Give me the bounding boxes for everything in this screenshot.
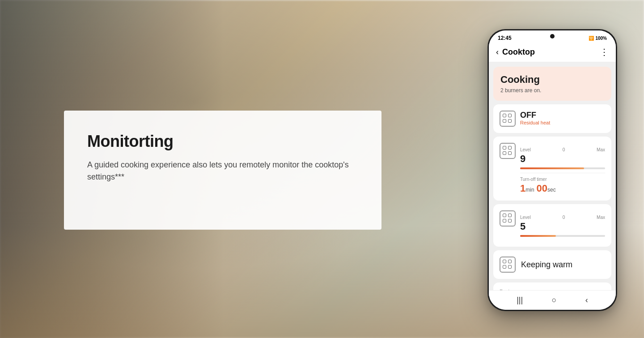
burner-level9-info: Level 0 Max 9 Turn-off timer bbox=[520, 143, 605, 194]
burner-icon-grid-3 bbox=[503, 214, 513, 223]
burner-level9-icon bbox=[500, 143, 516, 159]
level5-label: Level bbox=[520, 215, 531, 220]
keeping-warm-card: Keeping warm bbox=[493, 250, 611, 279]
back-button[interactable]: ‹ bbox=[496, 47, 499, 57]
burner-off-row: OFF Residual heat bbox=[500, 111, 605, 127]
bottom-navigation: ||| ○ ‹ bbox=[489, 290, 616, 310]
battery-label: 100% bbox=[595, 36, 607, 41]
burner-icon-grid bbox=[503, 114, 513, 124]
burner-dot-12 bbox=[508, 219, 512, 222]
card-description: A guided cooking experience also lets yo… bbox=[87, 159, 358, 183]
level9-value: 9 bbox=[520, 153, 605, 165]
cooking-subtitle: 2 burners are on. bbox=[500, 87, 604, 94]
level9-slider-fill bbox=[520, 167, 584, 169]
burner-dot-6 bbox=[508, 146, 512, 150]
timer-sec-number: 00 bbox=[537, 183, 547, 194]
app-header: ‹ Cooktop ⋮ bbox=[489, 43, 616, 62]
nav-recent-apps[interactable]: ||| bbox=[517, 295, 523, 305]
level9-slider[interactable] bbox=[520, 167, 605, 169]
status-time: 12:45 bbox=[498, 35, 512, 41]
timer-min-unit: min bbox=[525, 187, 534, 193]
phone-screen: 12:45 🛜 100% ‹ Cooktop ⋮ Cooking 2 burne… bbox=[489, 30, 616, 310]
level9-label: Level bbox=[520, 147, 531, 152]
nav-home[interactable]: ○ bbox=[552, 295, 557, 305]
level5-section: Level 0 Max 5 bbox=[520, 215, 605, 237]
timer-value: 1min 00sec bbox=[520, 183, 605, 194]
level9-max: Max bbox=[597, 147, 605, 152]
burner-dot-2 bbox=[508, 114, 512, 117]
timer-sec-unit: sec bbox=[547, 187, 556, 193]
burner-off-icon bbox=[500, 111, 516, 127]
app-title: Cooktop bbox=[502, 47, 600, 57]
level5-header: Level 0 Max bbox=[520, 215, 605, 220]
cooking-status-card: Cooking 2 burners are on. bbox=[493, 67, 611, 101]
nav-back[interactable]: ‹ bbox=[585, 295, 588, 305]
burner-dot-1 bbox=[503, 114, 506, 117]
burner-dot-5 bbox=[503, 146, 506, 150]
burner-dot-14 bbox=[508, 260, 512, 263]
burner-dot-3 bbox=[503, 119, 506, 123]
off-label: OFF bbox=[520, 111, 605, 120]
status-icons: 🛜 100% bbox=[589, 36, 607, 41]
burner-dot-7 bbox=[503, 151, 506, 155]
camera-notch bbox=[550, 34, 555, 39]
residual-heat-label: Residual heat bbox=[520, 120, 605, 125]
timer-section: Turn-off timer 1min 00sec bbox=[520, 173, 605, 194]
level9-min: 0 bbox=[563, 147, 565, 152]
phone-outer-shell: 12:45 🛜 100% ‹ Cooktop ⋮ Cooking 2 burne… bbox=[487, 29, 617, 311]
burner-off-info: OFF Residual heat bbox=[520, 111, 605, 125]
cooking-title: Cooking bbox=[500, 74, 604, 86]
level5-value: 5 bbox=[520, 221, 605, 232]
burner-dot-16 bbox=[508, 265, 512, 269]
timer-min-number: 1 bbox=[520, 183, 525, 194]
monitoring-card: Monitorting A guided cooking experience … bbox=[64, 111, 381, 230]
burner-dot-15 bbox=[503, 265, 506, 269]
phone-content: Cooking 2 burners are on. bbox=[489, 62, 616, 301]
burner-level9-row: Level 0 Max 9 Turn-off timer bbox=[500, 143, 605, 194]
burner-dot-11 bbox=[503, 219, 506, 222]
level5-min: 0 bbox=[563, 215, 565, 220]
burner-level5-row: Level 0 Max 5 bbox=[500, 210, 605, 240]
burner-icon-grid-2 bbox=[503, 146, 513, 156]
level9-section: Level 0 Max 9 bbox=[520, 147, 605, 169]
wifi-icon: 🛜 bbox=[589, 36, 594, 41]
level9-header: Level 0 Max bbox=[520, 147, 605, 152]
level5-max: Max bbox=[597, 215, 605, 220]
card-heading: Monitorting bbox=[87, 132, 358, 151]
keeping-warm-icon bbox=[500, 257, 516, 273]
burner-dot-13 bbox=[503, 260, 506, 263]
keeping-warm-label: Keeping warm bbox=[521, 260, 572, 270]
burner-level9-card: Level 0 Max 9 Turn-off timer bbox=[493, 137, 611, 201]
burner-dot-9 bbox=[503, 214, 506, 217]
level5-slider-fill bbox=[520, 235, 556, 237]
burner-icon-grid-4 bbox=[503, 260, 513, 270]
phone-device: 12:45 🛜 100% ‹ Cooktop ⋮ Cooking 2 burne… bbox=[487, 29, 617, 311]
burner-level5-card: Level 0 Max 5 bbox=[493, 204, 611, 247]
timer-label: Turn-off timer bbox=[520, 177, 605, 182]
burner-level5-icon bbox=[500, 210, 516, 227]
burner-dot-8 bbox=[508, 151, 512, 155]
burner-dot-10 bbox=[508, 214, 512, 217]
more-menu-button[interactable]: ⋮ bbox=[600, 47, 609, 57]
burner-dot-4 bbox=[508, 119, 512, 123]
burner-level5-info: Level 0 Max 5 bbox=[520, 210, 605, 240]
level5-slider[interactable] bbox=[520, 235, 605, 237]
burner-off-card: OFF Residual heat bbox=[493, 104, 611, 133]
